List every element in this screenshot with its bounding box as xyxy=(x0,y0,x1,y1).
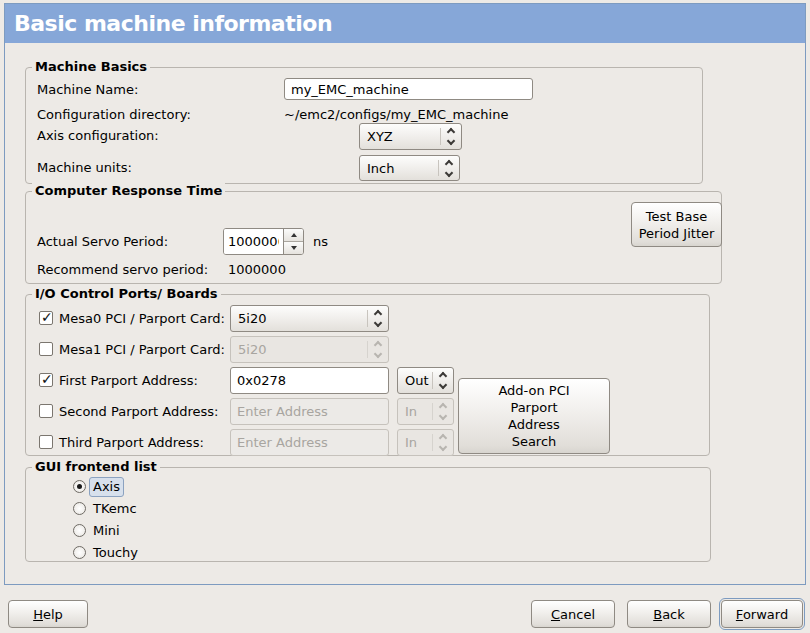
machine-units-select[interactable]: Inch xyxy=(359,155,460,181)
servo-period-input[interactable] xyxy=(224,229,283,254)
radio-tkemc-label[interactable]: TKemc xyxy=(89,499,141,519)
first-parport-address-input[interactable] xyxy=(230,367,389,394)
mesa0-card-select[interactable]: 5i20 xyxy=(230,305,389,332)
content-panel: Basic machine information Machine Basics… xyxy=(4,3,806,585)
machine-basics-legend: Machine Basics xyxy=(32,59,150,74)
response-time-section: Computer Response Time Test Base Period … xyxy=(25,191,722,284)
chevron-updown-icon xyxy=(433,402,453,421)
machine-name-input[interactable] xyxy=(284,78,533,100)
io-ports-legend: I/O Control Ports/ Boards xyxy=(32,286,221,301)
mesa1-card-select[interactable]: 5i20 xyxy=(230,336,389,363)
io-ports-section: I/O Control Ports/ Boards Mesa0 PCI / Pa… xyxy=(25,294,710,456)
help-button[interactable]: Help xyxy=(8,600,88,628)
chevron-updown-icon xyxy=(368,309,388,328)
machine-basics-section: Machine Basics Machine Name: Configurati… xyxy=(25,67,703,184)
second-parport-direction-select[interactable]: In xyxy=(397,398,454,425)
second-parport-address-input[interactable] xyxy=(230,398,389,425)
second-parport-label: Second Parport Address: xyxy=(59,398,218,425)
addon-pci-parport-search-button[interactable]: Add-on PCI Parport Address Search xyxy=(458,378,610,454)
radio-mini-label[interactable]: Mini xyxy=(89,521,124,541)
axis-configuration-select[interactable]: XYZ xyxy=(359,123,462,150)
test-base-period-jitter-button[interactable]: Test Base Period Jitter xyxy=(631,202,722,247)
spin-up-button[interactable] xyxy=(284,229,303,242)
gui-frontend-legend: GUI frontend list xyxy=(32,459,160,474)
radio-tkemc[interactable] xyxy=(73,502,86,515)
servo-period-label: Actual Servo Period: xyxy=(37,234,168,250)
first-parport-direction-select[interactable]: Out xyxy=(397,367,454,394)
page-title: Basic machine information xyxy=(5,4,805,43)
recommend-period-value: 1000000 xyxy=(228,262,286,278)
cancel-button[interactable]: Cancel xyxy=(531,600,615,628)
second-parport-checkbox[interactable] xyxy=(39,404,53,418)
first-parport-checkbox[interactable] xyxy=(39,373,53,387)
triangle-up-icon xyxy=(291,233,297,237)
third-parport-direction-select[interactable]: In xyxy=(397,429,454,456)
axis-configuration-label: Axis configuration: xyxy=(37,128,159,144)
spin-down-button[interactable] xyxy=(284,242,303,254)
third-parport-checkbox[interactable] xyxy=(39,435,53,449)
mesa0-label: Mesa0 PCI / Parport Card: xyxy=(59,305,225,332)
chevron-updown-icon xyxy=(368,340,388,359)
machine-units-label: Machine units: xyxy=(37,160,132,176)
first-parport-label: First Parport Address: xyxy=(59,367,198,394)
chevron-updown-icon xyxy=(439,159,459,178)
config-directory-value: ~/emc2/configs/my_EMC_machine xyxy=(284,107,508,123)
radio-axis[interactable] xyxy=(73,480,86,493)
forward-button[interactable]: Forward xyxy=(721,600,803,628)
servo-period-unit: ns xyxy=(313,234,328,250)
back-button[interactable]: Back xyxy=(627,600,711,628)
radio-mini[interactable] xyxy=(73,524,86,537)
third-parport-address-input[interactable] xyxy=(230,429,389,456)
gui-frontend-section: GUI frontend list Axis TKemc Mini Touchy xyxy=(25,467,711,562)
response-time-legend: Computer Response Time xyxy=(32,183,225,198)
chevron-updown-icon xyxy=(433,433,453,452)
radio-axis-label[interactable]: Axis xyxy=(89,477,124,497)
mesa1-label: Mesa1 PCI / Parport Card: xyxy=(59,336,225,363)
mesa1-checkbox[interactable] xyxy=(39,342,53,356)
triangle-down-icon xyxy=(291,246,297,250)
stepconf-wizard-window: { "header": { "title": "Basic machine in… xyxy=(0,0,810,633)
chevron-updown-icon xyxy=(441,127,461,146)
radio-touchy[interactable] xyxy=(73,546,86,559)
servo-period-spinner[interactable] xyxy=(223,228,304,255)
config-directory-label: Configuration directory: xyxy=(37,107,191,123)
chevron-updown-icon xyxy=(433,371,453,390)
recommend-period-label: Recommend servo period: xyxy=(37,262,208,278)
third-parport-label: Third Parport Address: xyxy=(59,429,204,456)
machine-name-label: Machine Name: xyxy=(37,82,138,98)
mesa0-checkbox[interactable] xyxy=(39,311,53,325)
radio-touchy-label[interactable]: Touchy xyxy=(89,543,142,563)
